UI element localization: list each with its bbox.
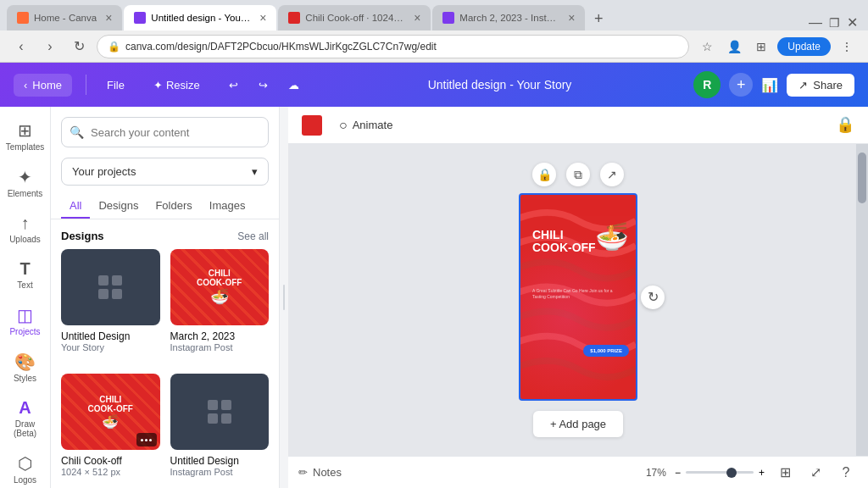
bookmark-button[interactable]: ☆ [696, 36, 718, 58]
design-canvas[interactable]: CHILI COOK-OFF 🍜 A Great Subtitle Can Go… [519, 193, 637, 401]
design-name-4: Untitled Design [170, 455, 270, 467]
slider-track[interactable] [686, 471, 754, 474]
slider-knob[interactable] [726, 468, 737, 478]
search-input[interactable] [61, 117, 269, 147]
update-button[interactable]: Update [777, 37, 831, 56]
animate-button[interactable]: ○ Animate [332, 114, 399, 136]
grid-cell [208, 400, 218, 410]
notes-button[interactable]: ✏ Notes [298, 466, 342, 479]
tab-close-home[interactable]: × [105, 11, 112, 25]
tab-label-chili: Chili Cook-off · 1024 × 512px [305, 13, 405, 23]
canvas-subtitle: A Great Subtitle Can Go Here Join us for… [532, 288, 624, 300]
zoom-out-icon[interactable]: − [675, 467, 681, 479]
share-button[interactable]: ↗ Share [787, 74, 854, 97]
help-button[interactable]: ? [834, 461, 858, 485]
minimize-button[interactable]: — [809, 15, 822, 30]
invite-collaborator-button[interactable]: + [729, 73, 753, 97]
design-area: 🔒 ⧉ ↗ [519, 163, 637, 437]
sidebar-item-text[interactable]: T Text [3, 252, 47, 297]
design-card-1[interactable]: Untitled Design Your Story [61, 249, 160, 363]
design-card-4[interactable]: Untitled Design Instagram Post [170, 374, 270, 488]
projects-dropdown[interactable]: Your projects ▾ [61, 158, 269, 186]
grid-icon-1 [98, 275, 122, 299]
share-icon: ↗ [798, 79, 808, 92]
back-button[interactable]: ‹ [10, 36, 32, 58]
extensions-button[interactable]: ⊞ [750, 36, 772, 58]
close-window-button[interactable]: ✕ [847, 14, 858, 30]
canvas-scrollbar-v[interactable] [856, 144, 868, 456]
left-panel: 🔍 Your projects ▾ All Designs Folders Im… [51, 107, 280, 488]
blank-thumb-4 [170, 374, 270, 450]
undo-button[interactable]: ↩ [222, 74, 245, 97]
rotate-button[interactable]: ↻ [641, 286, 665, 309]
toolbar-actions: ↩ ↪ ☁ [222, 74, 306, 97]
notes-icon: ✏ [298, 466, 308, 479]
dot-3 [149, 439, 152, 441]
menu-button[interactable]: ⋮ [836, 36, 858, 58]
lock-design-button[interactable]: 🔒 [532, 163, 556, 186]
restore-button[interactable]: ❐ [829, 16, 840, 30]
browser-chrome: Home - Canva × Untitled design - Your St… [0, 0, 868, 63]
home-button[interactable]: ‹ Home [14, 74, 72, 97]
add-page-button[interactable]: + Add page [533, 411, 623, 437]
tab-favicon-march [442, 12, 454, 24]
sidebar-item-projects[interactable]: ◫ Projects [3, 298, 47, 343]
address-bar[interactable]: 🔒 canva.com/design/DAFT2PCbcuo/HKmsWLJir… [97, 35, 689, 58]
redo-button[interactable]: ↪ [252, 74, 275, 97]
tab-close-chili[interactable]: × [414, 11, 420, 25]
canvas-prize-badge: $1,000 PRIZE [583, 345, 629, 357]
resize-star-icon: ✦ [153, 79, 163, 92]
sidebar-item-draw[interactable]: A Draw (Beta) [3, 391, 47, 445]
design-card-2[interactable]: CHILICOOK-OFF 🍜 March 2, 2023 Instagram … [170, 249, 270, 363]
tab-home[interactable]: Home - Canva × [7, 5, 122, 30]
sidebar-item-templates[interactable]: ⊞ Templates [3, 114, 47, 158]
tab-chili[interactable]: Chili Cook-off · 1024 × 512px × [278, 5, 431, 30]
tab-march[interactable]: March 2, 2023 - Instagram Post × [432, 5, 585, 30]
toolbar-right: R + 📊 ↗ Share [693, 71, 854, 98]
grid-view-button[interactable]: ⊞ [773, 461, 797, 485]
sidebar-item-logos[interactable]: ⬡ Logos [3, 446, 47, 488]
design-card-3[interactable]: CHILICOOK-OFF 🍜 Chili Cook-off 1024 × 51… [61, 374, 160, 488]
sidebar-item-uploads[interactable]: ↑ Uploads [3, 207, 47, 251]
design-name-3: Chili Cook-off [61, 455, 160, 467]
color-picker[interactable] [302, 115, 322, 136]
three-dots-overlay[interactable] [136, 433, 157, 446]
sidebar-item-styles[interactable]: 🎨 Styles [3, 345, 47, 390]
zoom-in-icon[interactable]: + [759, 467, 765, 479]
sidebar-item-elements[interactable]: ✦ Elements [3, 160, 47, 205]
user-avatar[interactable]: R [693, 71, 721, 98]
new-tab-button[interactable]: + [587, 7, 610, 30]
fullscreen-button[interactable]: ⤢ [804, 461, 827, 485]
cloud-save-button[interactable]: ☁ [281, 74, 306, 97]
file-menu-button[interactable]: File [100, 74, 131, 97]
zoom-slider[interactable]: − + [675, 467, 765, 479]
refresh-button[interactable]: ↻ [68, 36, 90, 58]
resize-button[interactable]: ✦ Resize [145, 74, 209, 97]
tab-designs[interactable]: Designs [90, 194, 147, 219]
search-icon: 🔍 [70, 125, 84, 139]
tab-all[interactable]: All [61, 194, 90, 219]
share-design-button[interactable]: ↗ [600, 163, 624, 186]
panel-resize-handle[interactable] [280, 107, 288, 488]
analytics-button[interactable]: 📊 [761, 77, 778, 93]
tab-close-march[interactable]: × [568, 11, 575, 25]
lock-icon: 🔒 [108, 41, 120, 53]
design-type-2: Instagram Post [170, 342, 270, 352]
main-area: ⊞ Templates ✦ Elements ↑ Uploads T Text … [0, 107, 868, 488]
lock-button[interactable]: 🔒 [836, 115, 854, 134]
copy-design-button[interactable]: ⧉ [566, 163, 590, 186]
tab-design[interactable]: Untitled design - Your Story × [124, 5, 276, 30]
design-thumb-1 [61, 249, 160, 325]
forward-button[interactable]: › [39, 36, 61, 58]
scroll-thumb-v[interactable] [858, 152, 866, 203]
draw-label: Draw (Beta) [7, 419, 44, 438]
chevron-down-icon: ▾ [252, 165, 258, 178]
see-all-button[interactable]: See all [237, 230, 269, 242]
profile-button[interactable]: 👤 [723, 36, 745, 58]
tab-folders[interactable]: Folders [147, 194, 200, 219]
search-box: 🔍 [61, 117, 269, 147]
nav-right: ☆ 👤 ⊞ Update ⋮ [696, 36, 858, 58]
blank-thumb-1 [61, 249, 160, 325]
tab-close-design[interactable]: × [259, 11, 266, 25]
tab-images[interactable]: Images [201, 194, 254, 219]
